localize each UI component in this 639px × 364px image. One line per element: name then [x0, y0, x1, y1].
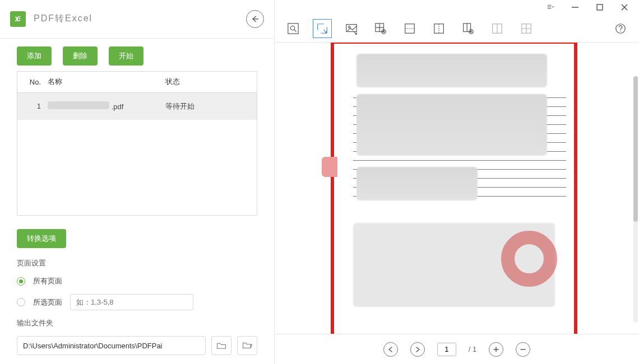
seal-stamp-icon: [501, 231, 557, 287]
minimize-button[interactable]: [563, 0, 587, 15]
page-total: / 1: [469, 345, 476, 353]
menu-dropdown-icon[interactable]: [538, 0, 563, 15]
browse-folder-button[interactable]: [237, 336, 257, 355]
column-remove-tool-icon[interactable]: [459, 19, 478, 38]
maximize-button[interactable]: [587, 0, 612, 15]
svg-point-8: [349, 26, 350, 27]
page-side-tab[interactable]: [322, 157, 337, 177]
preview-area[interactable]: [275, 43, 639, 334]
radio-all-pages-label: 所有页面: [33, 276, 62, 286]
document-page[interactable]: [331, 43, 577, 334]
delete-button[interactable]: 删除: [63, 46, 98, 66]
excel-icon: [10, 11, 26, 27]
col-header-no: No.: [17, 78, 45, 86]
close-button[interactable]: [612, 0, 637, 15]
page-range-input[interactable]: [70, 294, 193, 310]
options-block: 转换选项 页面设置 所有页面 所选页面 输出文件夹: [0, 216, 274, 364]
search-tool-icon[interactable]: [284, 19, 303, 38]
output-path-input[interactable]: [17, 336, 206, 355]
redacted-block: [356, 167, 478, 200]
radio-selected-pages-label: 所选页面: [33, 297, 62, 307]
svg-point-6: [290, 26, 294, 30]
svg-rect-1: [19, 16, 21, 17]
radio-all-pages[interactable]: [17, 277, 25, 286]
svg-rect-3: [19, 20, 21, 21]
redacted-block: [356, 54, 547, 87]
back-button[interactable]: [246, 10, 264, 28]
start-button[interactable]: 开始: [109, 46, 143, 66]
open-folder-button[interactable]: [211, 336, 231, 355]
file-table: No. 名称 状态 1 .pdf 等待开始: [17, 71, 257, 216]
window-titlebar: [275, 0, 639, 15]
add-button[interactable]: 添加: [17, 46, 52, 66]
svg-point-18: [620, 30, 621, 31]
output-folder-label: 输出文件夹: [17, 318, 257, 328]
redacted-block: [356, 94, 547, 156]
right-panel: / 1: [275, 0, 639, 364]
svg-rect-4: [597, 4, 603, 10]
cell-name: .pdf: [45, 101, 163, 111]
page-number-input[interactable]: [437, 343, 456, 356]
page-settings-label: 页面设置: [17, 258, 257, 268]
output-row: [17, 336, 257, 355]
left-panel: PDF转Excel 添加 删除 开始 No. 名称 状态 1 .pdf 等: [0, 0, 275, 364]
page-title: PDF转Excel: [34, 13, 246, 25]
vsplit-tool-icon[interactable]: [429, 19, 448, 38]
zoom-in-button[interactable]: [489, 342, 503, 357]
grid-remove-tool-icon[interactable]: [371, 19, 390, 38]
scroll-thumb[interactable]: [633, 76, 638, 222]
grid-tool-icon[interactable]: [517, 19, 536, 38]
crop-select-tool-icon[interactable]: [313, 19, 332, 38]
redacted-filename: [48, 101, 109, 109]
help-icon[interactable]: [611, 19, 630, 38]
zoom-out-button[interactable]: [516, 342, 530, 357]
radio-selected-pages-row[interactable]: 所选页面: [17, 294, 257, 310]
col-header-status: 状态: [163, 77, 257, 87]
svg-rect-5: [288, 23, 298, 33]
preview-toolbar: [275, 15, 639, 43]
hsplit-tool-icon[interactable]: [400, 19, 419, 38]
left-header: PDF转Excel: [0, 0, 274, 39]
cell-no: 1: [17, 102, 45, 110]
next-page-button[interactable]: [410, 342, 425, 357]
action-row: 添加 删除 开始: [0, 39, 274, 71]
convert-options-button[interactable]: 转换选项: [17, 229, 66, 248]
prev-page-button[interactable]: [383, 342, 398, 357]
two-column-tool-icon[interactable]: [488, 19, 507, 38]
scrollbar[interactable]: [633, 76, 638, 323]
svg-rect-2: [19, 18, 21, 19]
radio-all-pages-row[interactable]: 所有页面: [17, 276, 257, 286]
table-header: No. 名称 状态: [17, 72, 257, 93]
table-row[interactable]: 1 .pdf 等待开始: [17, 93, 257, 120]
col-header-name: 名称: [45, 77, 163, 87]
page-nav-bar: / 1: [275, 334, 639, 364]
image-area-tool-icon[interactable]: [342, 19, 361, 38]
radio-selected-pages[interactable]: [17, 298, 25, 306]
cell-name-ext: .pdf: [112, 102, 124, 111]
cell-status: 等待开始: [163, 101, 257, 111]
